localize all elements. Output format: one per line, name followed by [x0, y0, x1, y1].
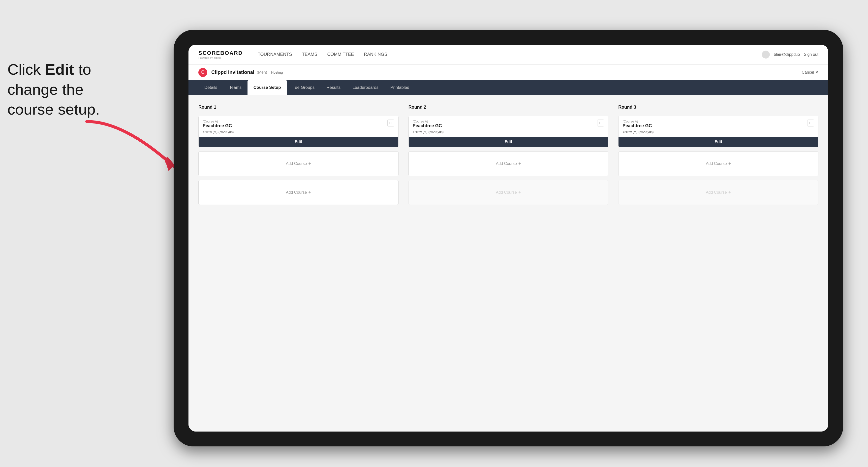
tab-course-setup[interactable]: Course Setup	[248, 80, 287, 95]
nav-committee[interactable]: COMMITTEE	[328, 50, 354, 59]
round-1-column: Round 1 (Course A) Peachtree GC □ Yellow…	[198, 105, 399, 205]
course-label: (Course A)	[203, 120, 232, 123]
app-logo: SCOREBOARD	[198, 50, 243, 56]
course-card-header: (Course A) Peachtree GC □	[619, 116, 818, 130]
tournament-bar: C Clippd Invitational (Men) Hosting Canc…	[188, 64, 828, 80]
course-name: Peachtree GC	[622, 123, 652, 128]
add-course-card-r2-1[interactable]: Add Course +	[408, 151, 609, 176]
add-course-label: Add Course	[706, 190, 727, 195]
plus-icon: +	[308, 161, 311, 166]
add-course-card-r1-1[interactable]: Add Course +	[198, 151, 399, 176]
tablet-device: SCOREBOARD Powered by clippd TOURNAMENTS…	[174, 30, 843, 446]
tab-results[interactable]: Results	[320, 80, 346, 95]
nav-links: TOURNAMENTS TEAMS COMMITTEE RANKINGS	[258, 50, 762, 59]
user-avatar	[762, 51, 770, 59]
tab-teams[interactable]: Teams	[223, 80, 248, 95]
instruction-bold: Edit	[45, 61, 74, 78]
delete-course-button[interactable]: □	[597, 120, 604, 126]
course-info: (Course A) Peachtree GC	[203, 120, 232, 128]
rounds-grid: Round 1 (Course A) Peachtree GC □ Yellow…	[198, 105, 818, 205]
course-info: (Course A) Peachtree GC	[622, 120, 652, 128]
plus-icon: +	[518, 161, 521, 166]
add-course-label: Add Course	[706, 161, 727, 166]
instruction-text: Click Edit tochange thecourse setup.	[7, 60, 100, 120]
sign-out-link[interactable]: Sign out	[804, 52, 818, 57]
round-1-course-card: (Course A) Peachtree GC □ Yellow (M) (66…	[198, 116, 399, 147]
tab-leaderboards[interactable]: Leaderboards	[346, 80, 384, 95]
edit-course-button-r3[interactable]: Edit	[619, 137, 818, 147]
tournament-gender: (Men)	[257, 70, 267, 75]
add-course-label: Add Course	[286, 190, 307, 195]
round-2-column: Round 2 (Course A) Peachtree GC □ Yellow…	[408, 105, 609, 205]
round-2-course-card: (Course A) Peachtree GC □ Yellow (M) (66…	[408, 116, 609, 147]
add-course-card-r3-1[interactable]: Add Course +	[618, 151, 818, 176]
plus-icon: +	[308, 190, 311, 195]
course-name: Peachtree GC	[203, 123, 232, 128]
round-2-title: Round 2	[408, 105, 609, 110]
add-course-label: Add Course	[286, 161, 307, 166]
nav-teams[interactable]: TEAMS	[302, 50, 317, 59]
round-3-course-card: (Course A) Peachtree GC □ Yellow (M) (66…	[618, 116, 818, 147]
logo-area: SCOREBOARD Powered by clippd	[198, 50, 243, 59]
course-name: Peachtree GC	[413, 123, 442, 128]
instruction-prefix: Click	[7, 61, 45, 78]
add-course-card-r1-2[interactable]: Add Course +	[198, 180, 399, 205]
top-navigation: SCOREBOARD Powered by clippd TOURNAMENTS…	[188, 44, 828, 64]
tab-tee-groups[interactable]: Tee Groups	[287, 80, 321, 95]
powered-by: Powered by clippd	[198, 56, 243, 59]
tab-bar: Details Teams Course Setup Tee Groups Re…	[188, 80, 828, 95]
tab-details[interactable]: Details	[198, 80, 223, 95]
course-details: Yellow (M) (6629 yds)	[619, 130, 818, 137]
add-course-card-r2-2: Add Course +	[408, 180, 609, 205]
course-card-header: (Course A) Peachtree GC □	[409, 116, 608, 130]
tablet-screen: SCOREBOARD Powered by clippd TOURNAMENTS…	[188, 44, 828, 432]
nav-rankings[interactable]: RANKINGS	[364, 50, 388, 59]
edit-course-button-r1[interactable]: Edit	[199, 137, 398, 147]
plus-icon: +	[728, 161, 731, 166]
course-info: (Course A) Peachtree GC	[413, 120, 442, 128]
plus-icon: +	[728, 190, 731, 195]
add-course-label: Add Course	[496, 161, 517, 166]
course-label: (Course A)	[413, 120, 442, 123]
delete-course-button[interactable]: □	[807, 120, 814, 126]
hosting-badge: Hosting	[271, 70, 283, 74]
plus-icon: +	[518, 190, 521, 195]
add-course-label: Add Course	[496, 190, 517, 195]
course-details: Yellow (M) (6629 yds)	[199, 130, 398, 137]
tab-printables[interactable]: Printables	[384, 80, 415, 95]
main-content: Round 1 (Course A) Peachtree GC □ Yellow…	[188, 95, 828, 432]
round-3-title: Round 3	[618, 105, 818, 110]
user-area: blair@clippd.io Sign out	[762, 51, 818, 59]
nav-tournaments[interactable]: TOURNAMENTS	[258, 50, 292, 59]
app-screen: SCOREBOARD Powered by clippd TOURNAMENTS…	[188, 44, 828, 432]
edit-course-button-r2[interactable]: Edit	[409, 137, 608, 147]
user-email: blair@clippd.io	[774, 52, 800, 57]
round-1-title: Round 1	[198, 105, 399, 110]
delete-course-button[interactable]: □	[388, 120, 394, 126]
course-details: Yellow (M) (6629 yds)	[409, 130, 608, 137]
round-3-column: Round 3 (Course A) Peachtree GC □ Yellow…	[618, 105, 818, 205]
tournament-logo: C	[198, 68, 207, 77]
add-course-card-r3-2: Add Course +	[618, 180, 818, 205]
cancel-button[interactable]: Cancel ✕	[802, 70, 818, 75]
course-card-header: (Course A) Peachtree GC □	[199, 116, 398, 130]
course-label: (Course A)	[622, 120, 652, 123]
tournament-name: Clippd Invitational	[211, 69, 254, 75]
